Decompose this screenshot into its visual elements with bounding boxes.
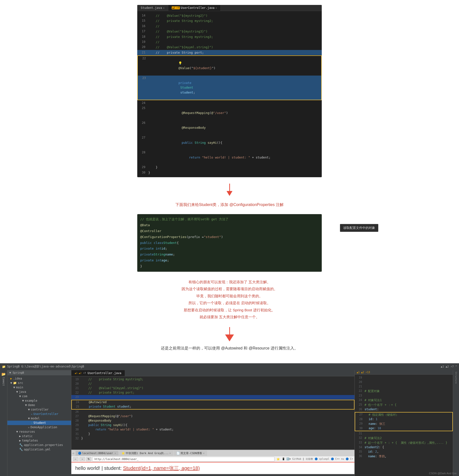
code-line: 28 return "hello world! | student: " + s…: [137, 150, 322, 165]
yaml-line: 35 id: 2,: [355, 450, 453, 454]
line-content: @ResponseBody: [148, 121, 322, 135]
line-content: // @Value("${mystring3}"): [148, 29, 322, 34]
folder-icon: ▼: [16, 430, 18, 433]
yaml-line: 22 # 配置对象: [355, 389, 453, 394]
yaml-line: 34 student2: {: [355, 445, 453, 450]
tree-item-main[interactable]: ▼ main: [7, 385, 71, 390]
tree-item-demo[interactable]: ▼ demo: [7, 403, 71, 407]
line-content: // private String mystring3;: [148, 34, 322, 39]
yaml-line: 30 age: 18: [355, 426, 452, 431]
structure-panel-tab[interactable]: Structure: [454, 370, 458, 385]
browser-tab-localhost[interactable]: 🔵 localhost:8084/user ×: [76, 451, 119, 456]
close-icon[interactable]: ×: [215, 7, 217, 9]
springb-label: ▼ SpringB: [9, 371, 24, 374]
browser-tab-csdn-2[interactable]: 📄 简文章-CSDN博客 ×: [174, 451, 207, 456]
code-area-line: 22 // private String port;: [71, 391, 354, 395]
code-line: 14 // @Value("${mystring2}"): [137, 13, 322, 18]
editor-tab-usercontroller[interactable]: ▲1 ▲2 ⚡7 UserController.java: [71, 370, 125, 376]
refresh-button[interactable]: ↻: [86, 457, 91, 461]
yaml-line: 27 # 指定属性（键值对）: [355, 413, 452, 417]
close-icon[interactable]: ×: [114, 452, 116, 455]
warning-badge: ▲1 ⚡7: [172, 6, 180, 9]
browser-tab-csdn-1[interactable]: ⭐ 中张消图) Dark And Grey的... ×: [119, 451, 173, 456]
right-panel-warnings: ▲1 ▲2 ⚡13: [355, 370, 372, 374]
arrow-down-icon: [227, 191, 232, 196]
tab-student-java[interactable]: Student.java ×: [137, 5, 168, 11]
tree-item-static[interactable]: ▶ static: [7, 434, 71, 438]
code-line: public class Student {: [137, 240, 322, 246]
folder-icon: ▼: [13, 386, 15, 389]
tree-item-controller[interactable]: ▼ controller: [7, 407, 71, 412]
yaml-line: 33 # 起一个名字 + : + { 属性（键值对形式）,属性,.... }: [355, 441, 453, 445]
code-line: 17 // @Value("${mystring3}"): [137, 29, 322, 34]
forward-button[interactable]: →: [79, 457, 85, 461]
file-icon: 🔧: [19, 448, 23, 451]
bookmark-icon[interactable]: ⭐: [276, 458, 280, 461]
right-panel-content[interactable]: 19 20 21 22 # 配置对象 23: [355, 375, 453, 476]
folder-icon: ▶: [10, 377, 12, 380]
tree-label: demo: [28, 403, 35, 407]
tree-item-app-properties[interactable]: 🔧 application.properties: [7, 443, 71, 447]
tree-item-com[interactable]: ▼ com: [7, 394, 71, 398]
code-area-line: 19 // private String mystring3;: [71, 377, 354, 382]
line-number: 16: [137, 24, 148, 29]
tree-label: model: [31, 417, 40, 420]
code-line: }: [137, 263, 322, 269]
line-number: 15: [137, 18, 148, 23]
code-area-line: 28 @ResponseBody: [71, 419, 354, 423]
right-panel: ▲1 ▲2 ⚡13 19 20 21 22 # 配置对象: [354, 370, 453, 476]
tree-item-idea[interactable]: ▶ .idea: [7, 376, 71, 381]
tree-label: application.yml: [24, 448, 50, 451]
line-number: 24: [137, 101, 148, 105]
tree-label: .idea: [13, 377, 22, 380]
ide-title-bar: 📁 SpringB G:\Java进阶\java-ee-advanced\Spr…: [0, 363, 459, 370]
tree-item-student[interactable]: ☕ Student: [7, 421, 71, 425]
tree-label: example: [25, 399, 37, 402]
tree-item-app-yml[interactable]: 🔧 application.yml: [7, 447, 71, 452]
code-line: 30 }: [137, 170, 322, 175]
close-icon[interactable]: ×: [203, 452, 205, 455]
console-area: Run: DemoApplication × Console Actuator …: [71, 474, 354, 476]
right-panel-tabs: ▲1 ▲2 ⚡13: [355, 370, 453, 375]
note-line: 所以，它的一个读取，必须是在 启动的时候读取。: [182, 300, 277, 307]
browser-tabs-bar: ◁ 🔵 localhost:8084/user × ⭐ 中张消图) Dark A…: [71, 450, 354, 456]
address-bar[interactable]: http://localhost:8084/user_: [92, 457, 275, 461]
project-header: ▼ SpringB: [7, 370, 71, 375]
tree-item-demo-app[interactable]: ☕ DemoApplication: [7, 425, 71, 429]
line-number: 26: [137, 121, 148, 135]
tree-item-java[interactable]: ▼ java: [7, 390, 71, 394]
commit-icon[interactable]: Commit: [1, 379, 6, 384]
tree-item-templates[interactable]: ▶ templates: [7, 438, 71, 443]
watermark: CSDN @Dark And Gre: [429, 472, 457, 475]
close-icon[interactable]: ×: [163, 7, 165, 9]
folder-icon: ▶: [19, 434, 21, 438]
close-icon[interactable]: ×: [169, 452, 171, 455]
tree-item-resources[interactable]: ▼ resources: [7, 429, 71, 434]
project-icon[interactable]: 📂: [1, 371, 6, 377]
tree-item-usercontroller[interactable]: ☕ UserController: [7, 412, 71, 416]
far-right-panel: Structure Favorites: [453, 370, 459, 476]
tree-item-model[interactable]: ▼ model: [7, 416, 71, 421]
yaml-line: 29 name: 张三: [355, 422, 452, 426]
tree-item-example[interactable]: ▼ example: [7, 398, 71, 403]
arrow-connector-2: [225, 327, 234, 341]
line-number: 17: [137, 29, 148, 34]
folder-icon: ▼: [10, 381, 12, 385]
yaml-line: 25 # 也一个名字 + ：+ {: [355, 403, 453, 407]
editor-content-area[interactable]: 19 // private String mystring3; 20 // 21…: [71, 376, 354, 450]
browser-window: ◁ 🔵 localhost:8084/user × ⭐ 中张消图) Dark A…: [71, 450, 354, 462]
line-number: 18: [137, 34, 148, 39]
line-number: 23: [138, 76, 149, 100]
back-button[interactable]: ←: [73, 457, 78, 461]
tree-item-src[interactable]: ▼ 📁 src: [7, 381, 71, 385]
address-text: http://localhost:8084/user_: [94, 458, 138, 461]
tree-label: java: [19, 390, 26, 394]
file-icon: 🔧: [19, 443, 23, 447]
browser-toolbar: ← → ↻ http://localhost:8084/user_ ⭐ 📱 🔤❤…: [71, 456, 354, 462]
extensions-bar: 📱 🔤❤ GitHub ‖ 比较教 🔵 cpluspl 🔵 C++ nu 🔵 C…: [282, 457, 353, 461]
code-line: 15 // private String mystring2;: [137, 18, 322, 23]
line-number: 22: [138, 56, 149, 75]
student-value: Student(id=1, name=张三, age=18): [123, 465, 200, 471]
folder-icon: ▼: [16, 390, 18, 394]
tab-usercontroller-java[interactable]: ▲1 ⚡7 UserController.java ×: [168, 5, 221, 11]
